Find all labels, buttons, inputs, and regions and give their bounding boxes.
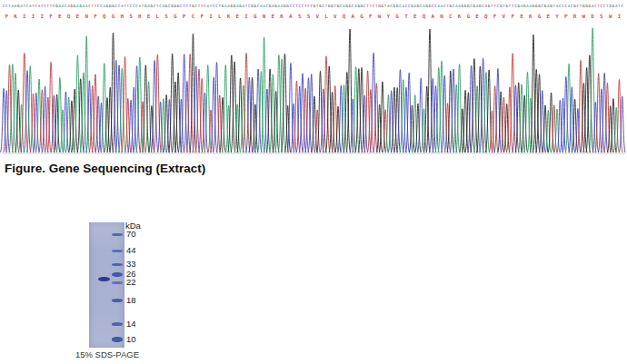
amino-acid: G bbox=[174, 13, 177, 19]
trace-peak bbox=[35, 79, 43, 152]
ladder-band-26 bbox=[112, 272, 123, 277]
amino-acid: R bbox=[573, 13, 577, 19]
amino-acid: A bbox=[352, 13, 355, 19]
amino-acid: A bbox=[289, 13, 293, 19]
marker-label-18: 18 bbox=[126, 295, 136, 306]
amino-acid: S bbox=[164, 13, 168, 19]
amino-acid: P bbox=[183, 13, 186, 19]
amino-acid: G bbox=[538, 13, 542, 19]
trace-peak bbox=[509, 54, 517, 152]
amino-acid: T bbox=[404, 13, 408, 19]
amino-acid: N bbox=[440, 13, 443, 19]
amino-acid: L bbox=[324, 13, 328, 19]
sds-page-gel: kDa 15% SDS-PAGE 7044332622181410 bbox=[78, 221, 224, 364]
marker-label-14: 14 bbox=[126, 319, 136, 330]
amino-acid: K bbox=[227, 13, 231, 19]
amino-acid: W bbox=[582, 13, 586, 19]
amino-acid: I bbox=[41, 13, 45, 19]
ladder-band-33 bbox=[112, 263, 123, 266]
trace-peak bbox=[186, 54, 194, 152]
trace-peak bbox=[299, 74, 306, 152]
amino-acid: W bbox=[378, 13, 382, 19]
ladder-band-22 bbox=[112, 281, 123, 284]
trace-peak bbox=[494, 69, 502, 153]
amino-acid: C bbox=[449, 13, 453, 19]
amino-acid: Y bbox=[387, 13, 391, 19]
ladder-band-70 bbox=[112, 233, 123, 236]
amino-acid: C bbox=[192, 13, 195, 19]
trace-peak bbox=[350, 99, 356, 152]
amino-acid: E bbox=[546, 13, 550, 19]
trace-peak bbox=[278, 59, 285, 152]
amino-acid: F bbox=[493, 13, 497, 19]
amino-acid: G bbox=[254, 13, 257, 19]
amino-acid: G bbox=[360, 13, 363, 19]
amino-acid: G bbox=[395, 13, 399, 19]
amino-acid: I bbox=[23, 13, 26, 19]
trace-peak bbox=[184, 82, 191, 153]
amino-acid: D bbox=[591, 13, 594, 19]
amino-acid: K bbox=[529, 13, 532, 19]
amino-acid: E bbox=[76, 13, 80, 19]
amino-acid: I bbox=[618, 13, 622, 19]
marker-label-44: 44 bbox=[126, 245, 136, 256]
amino-acid: Q bbox=[423, 13, 426, 19]
trace-peak bbox=[589, 28, 596, 152]
trace-peak bbox=[370, 53, 378, 152]
ladder-band-10 bbox=[112, 337, 123, 342]
amino-acid: E bbox=[272, 13, 275, 19]
trace-peak bbox=[577, 60, 584, 152]
amino-acid: W bbox=[609, 13, 612, 19]
amino-acid: L bbox=[218, 13, 222, 19]
trace-peak bbox=[204, 65, 212, 152]
amino-acid: I bbox=[209, 13, 213, 19]
amino-acid: F bbox=[369, 13, 373, 19]
ladder-band-14 bbox=[112, 322, 123, 326]
amino-acid: Q bbox=[67, 13, 71, 19]
trace-peak bbox=[21, 53, 29, 152]
trace-peak bbox=[243, 53, 251, 152]
gel-image bbox=[89, 222, 124, 348]
figure-caption: Figure. Gene Sequencing (Extract) bbox=[5, 162, 205, 175]
amino-acid: E bbox=[235, 13, 239, 19]
trace-peak bbox=[74, 55, 82, 152]
trace-peak bbox=[208, 110, 214, 152]
amino-acid: E bbox=[413, 13, 417, 19]
amino-acid: V bbox=[333, 13, 337, 19]
figure-page: CCTAAGATCATCATCTTCGAACAGGAGAACTTCCAGGGCC… bbox=[0, 0, 627, 364]
amino-acid: S bbox=[129, 13, 133, 19]
amino-acid: Y bbox=[555, 13, 559, 19]
amino-acid: H bbox=[138, 13, 142, 19]
amino-acid: G bbox=[467, 13, 471, 19]
trace-peak bbox=[343, 73, 351, 153]
amino-acid: E bbox=[520, 13, 523, 19]
trace-peak bbox=[468, 65, 475, 152]
dna-base: C bbox=[621, 4, 623, 8]
amino-acid: N bbox=[263, 13, 266, 19]
amino-acid: Q bbox=[343, 13, 346, 19]
amino-acid: E bbox=[475, 13, 479, 19]
amino-acid: V bbox=[315, 13, 319, 19]
sample-band bbox=[98, 277, 110, 281]
amino-acid: K bbox=[280, 13, 284, 19]
amino-acid: K bbox=[14, 13, 17, 19]
trace-peak bbox=[455, 64, 463, 152]
amino-acid: F bbox=[200, 13, 204, 19]
trace-peak bbox=[476, 66, 483, 152]
ladder-band-18 bbox=[112, 299, 123, 302]
amino-acid: I bbox=[244, 13, 248, 19]
amino-acid: P bbox=[564, 13, 568, 19]
marker-label-10: 10 bbox=[126, 334, 136, 345]
amino-acid: V bbox=[503, 13, 506, 19]
chromatogram: CCTAAGATCATCATCTTCGAACAGGAGAACTTCCAGGGCC… bbox=[0, 0, 627, 159]
amino-acid: N bbox=[85, 13, 88, 19]
trace-peak bbox=[565, 64, 572, 152]
amino-acid: L bbox=[156, 13, 160, 19]
amino-acid: A bbox=[431, 13, 434, 19]
amino-acid: S bbox=[600, 13, 603, 19]
gel-stain-label: 15% SDS-PAGE bbox=[75, 349, 140, 359]
trace-peak bbox=[473, 86, 480, 152]
marker-label-70: 70 bbox=[126, 229, 136, 240]
amino-acid: E bbox=[58, 13, 62, 19]
trace-peak bbox=[583, 68, 591, 153]
